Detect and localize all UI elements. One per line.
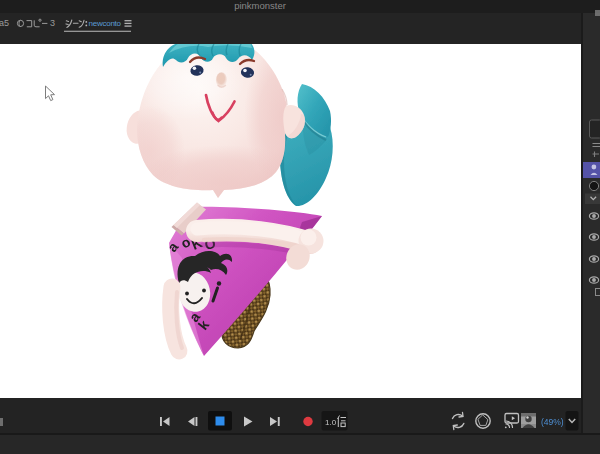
svg-text:(49%): (49%)	[541, 417, 564, 427]
svg-text:ra5: ra5	[0, 18, 9, 28]
svg-text:pinkmonster: pinkmonster	[234, 0, 286, 11]
svg-text:1.0: 1.0	[325, 418, 337, 427]
svg-text:3: 3	[50, 18, 55, 28]
svg-text:newconto: newconto	[89, 19, 122, 28]
